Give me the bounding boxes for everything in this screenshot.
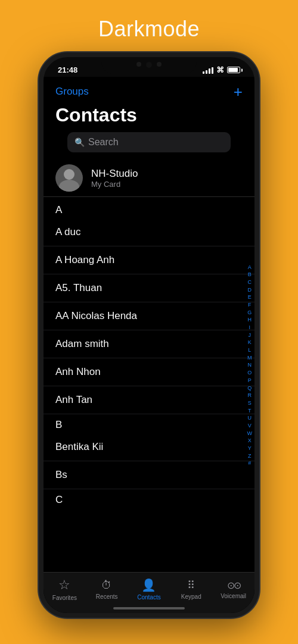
alpha-letter-u[interactable]: U: [248, 415, 252, 422]
app-content: Groups + Contacts 🔍 Search NH-Studio My …: [44, 77, 254, 613]
battery-fill: [228, 68, 238, 72]
signal-bar-4: [212, 67, 213, 74]
alpha-letter-p[interactable]: P: [248, 377, 252, 384]
section-header-b: B: [44, 414, 254, 433]
section-header-a: A: [44, 199, 254, 218]
alpha-letter-j[interactable]: J: [249, 332, 252, 339]
avatar: [55, 164, 83, 192]
alpha-letter-k[interactable]: K: [248, 340, 252, 347]
notch-camera: [146, 62, 152, 68]
contact-a-duc[interactable]: A duc: [44, 218, 254, 246]
notch-dot-2: [157, 62, 162, 67]
alpha-letter-n[interactable]: N: [248, 362, 252, 370]
wifi-icon: ⌘: [216, 65, 224, 74]
alpha-letter-v[interactable]: V: [248, 423, 252, 430]
alpha-letter-m[interactable]: M: [247, 355, 252, 362]
add-button[interactable]: +: [234, 84, 243, 99]
alpha-letter-z[interactable]: Z: [248, 453, 252, 460]
tab-recents[interactable]: ⏱ Recents: [86, 579, 128, 600]
my-card-info: NH-Studio My Card: [91, 168, 138, 189]
alpha-letter-i[interactable]: I: [249, 324, 250, 332]
keypad-label: Keypad: [181, 593, 201, 600]
contact-bs[interactable]: Bs: [44, 461, 254, 489]
contact-anh-nhon[interactable]: Anh Nhon: [44, 358, 254, 386]
alpha-letter-s[interactable]: S: [248, 400, 252, 407]
alpha-letter-h[interactable]: H: [248, 317, 252, 324]
notch-dot-1: [136, 62, 141, 67]
signal-bars: [203, 67, 213, 74]
alpha-letter-d[interactable]: D: [248, 287, 252, 294]
contact-aa-nicolas-henda[interactable]: AA Nicolas Henda: [44, 302, 254, 330]
recents-label: Recents: [96, 593, 118, 600]
alpha-letter-t[interactable]: T: [248, 408, 252, 415]
tab-voicemail[interactable]: ⊙⊙ Voicemail: [212, 580, 254, 599]
alpha-letter-e[interactable]: E: [248, 294, 252, 301]
alpha-letter-q[interactable]: Q: [247, 385, 252, 392]
signal-bar-3: [209, 68, 210, 74]
home-indicator: [113, 607, 185, 609]
alphabet-index[interactable]: ABCDEFGHIJKLMNOPQRSTUVWXYZ#: [247, 264, 253, 468]
signal-bar-2: [206, 70, 207, 74]
alpha-letter-x[interactable]: X: [248, 438, 252, 445]
search-icon: 🔍: [74, 137, 85, 147]
page-title: Darkmode: [98, 17, 200, 42]
alpha-letter-o[interactable]: O: [247, 370, 252, 377]
alpha-letter-w[interactable]: W: [247, 430, 253, 437]
alpha-letter-b[interactable]: B: [248, 271, 252, 279]
alpha-letter-f[interactable]: F: [248, 302, 252, 309]
signal-bar-1: [203, 71, 204, 74]
voicemail-label: Voicemail: [221, 593, 246, 599]
my-card-subtitle: My Card: [91, 180, 138, 189]
alpha-letter-#[interactable]: #: [248, 461, 251, 468]
contact-a-hoang-anh[interactable]: A Hoang Anh: [44, 246, 254, 274]
contacts-header: Groups + Contacts 🔍 Search: [44, 77, 254, 160]
contacts-title: Contacts: [55, 104, 243, 126]
phone-frame: 21:48 ⌘ Groups + Contacts 🔍: [39, 52, 259, 618]
search-bar[interactable]: 🔍 Search: [67, 132, 231, 152]
recents-icon: ⏱: [101, 579, 112, 592]
my-card-row[interactable]: NH-Studio My Card: [44, 160, 254, 197]
search-placeholder: Search: [88, 137, 119, 148]
alpha-letter-r[interactable]: R: [248, 392, 252, 399]
groups-link[interactable]: Groups: [55, 86, 89, 98]
contact-adam-smith[interactable]: Adam smith: [44, 330, 254, 358]
status-time: 21:48: [58, 65, 77, 74]
tab-keypad[interactable]: ⠿ Keypad: [170, 579, 212, 600]
favorites-label: Favorites: [52, 595, 77, 601]
contact-list[interactable]: NH-Studio My Card A A duc A Hoang Anh A5…: [44, 160, 254, 572]
favorites-icon: ☆: [58, 577, 70, 593]
tab-contacts[interactable]: 👤 Contacts: [128, 578, 170, 601]
alpha-letter-y[interactable]: Y: [248, 445, 252, 452]
status-right-icons: ⌘: [203, 65, 240, 74]
contact-bentika-kii[interactable]: Bentika Kii: [44, 433, 254, 461]
contacts-label: Contacts: [137, 594, 160, 601]
alpha-letter-c[interactable]: C: [248, 279, 252, 286]
battery-icon: [227, 67, 240, 73]
contact-a5-thuan[interactable]: A5. Thuan: [44, 274, 254, 302]
alpha-letter-g[interactable]: G: [247, 310, 252, 317]
contacts-icon: 👤: [141, 578, 156, 592]
section-header-c: C: [44, 489, 254, 508]
contact-anh-tan[interactable]: Anh Tan: [44, 386, 254, 414]
notch-dots: [136, 62, 162, 68]
alpha-letter-l[interactable]: L: [248, 347, 251, 354]
phone-notch: [101, 57, 197, 74]
my-card-name: NH-Studio: [91, 168, 138, 180]
keypad-icon: ⠿: [187, 579, 195, 592]
alpha-letter-a[interactable]: A: [248, 264, 252, 271]
voicemail-icon: ⊙⊙: [227, 580, 240, 591]
tab-favorites[interactable]: ☆ Favorites: [44, 577, 86, 601]
groups-row: Groups +: [55, 82, 243, 102]
